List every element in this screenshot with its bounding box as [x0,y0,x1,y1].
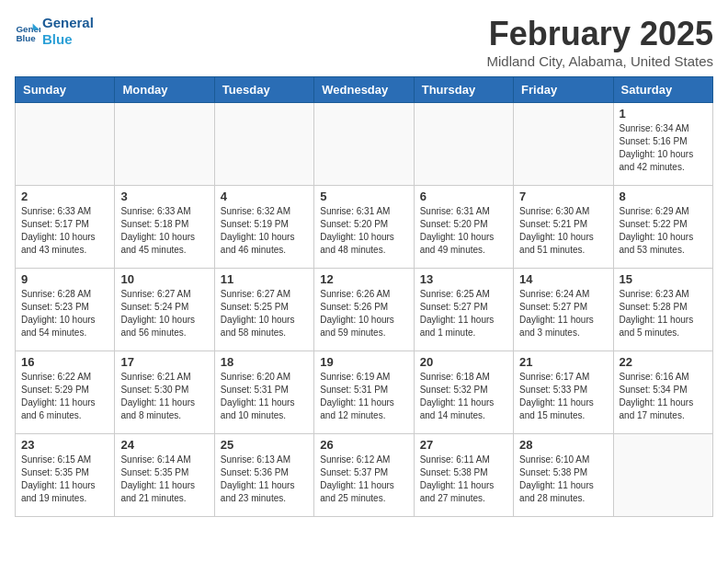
day-info: Sunrise: 6:24 AM Sunset: 5:27 PM Dayligh… [519,288,607,339]
day-info: Sunrise: 6:23 AM Sunset: 5:28 PM Dayligh… [620,288,707,339]
calendar-cell: 19Sunrise: 6:19 AM Sunset: 5:31 PM Dayli… [314,351,414,434]
calendar-cell: 15Sunrise: 6:23 AM Sunset: 5:28 PM Dayli… [613,269,712,351]
calendar-cell [16,103,115,186]
day-info: Sunrise: 6:10 AM Sunset: 5:38 PM Dayligh… [519,454,607,505]
day-number: 16 [21,355,108,369]
day-number: 12 [320,272,407,286]
day-info: Sunrise: 6:25 AM Sunset: 5:27 PM Dayligh… [420,288,507,339]
calendar-cell: 2Sunrise: 6:33 AM Sunset: 5:17 PM Daylig… [16,186,115,269]
calendar-cell [414,103,513,186]
title-section: February 2025 Midland City, Alabama, Uni… [486,15,713,69]
calendar-cell: 23Sunrise: 6:15 AM Sunset: 5:35 PM Dayli… [16,434,115,517]
calendar-cell: 9Sunrise: 6:28 AM Sunset: 5:23 PM Daylig… [16,269,115,351]
day-info: Sunrise: 6:19 AM Sunset: 5:31 PM Dayligh… [320,371,407,422]
logo: General Blue General Blue [15,15,94,48]
calendar-header-wednesday: Wednesday [314,77,414,103]
day-number: 5 [320,190,407,203]
svg-text:Blue: Blue [16,33,36,43]
day-number: 7 [519,190,607,203]
day-info: Sunrise: 6:16 AM Sunset: 5:34 PM Dayligh… [620,371,707,422]
day-info: Sunrise: 6:17 AM Sunset: 5:33 PM Dayligh… [519,371,607,422]
day-info: Sunrise: 6:33 AM Sunset: 5:18 PM Dayligh… [120,205,208,257]
calendar: SundayMondayTuesdayWednesdayThursdayFrid… [15,76,713,517]
calendar-cell: 27Sunrise: 6:11 AM Sunset: 5:38 PM Dayli… [414,434,513,517]
day-number: 17 [120,355,208,369]
header: General Blue General Blue February 2025 … [15,15,713,69]
week-row-5: 23Sunrise: 6:15 AM Sunset: 5:35 PM Dayli… [16,434,713,517]
day-info: Sunrise: 6:32 AM Sunset: 5:19 PM Dayligh… [221,205,308,257]
calendar-cell [514,103,613,186]
week-row-3: 9Sunrise: 6:28 AM Sunset: 5:23 PM Daylig… [16,269,713,351]
calendar-cell: 16Sunrise: 6:22 AM Sunset: 5:29 PM Dayli… [16,351,115,434]
day-number: 15 [620,272,707,286]
calendar-cell: 18Sunrise: 6:20 AM Sunset: 5:31 PM Dayli… [214,351,313,434]
logo-icon: General Blue [15,18,40,44]
calendar-cell: 1Sunrise: 6:34 AM Sunset: 5:16 PM Daylig… [613,103,712,186]
day-info: Sunrise: 6:15 AM Sunset: 5:35 PM Dayligh… [21,454,108,505]
calendar-cell [613,434,712,517]
logo-line2: Blue [42,31,94,48]
day-info: Sunrise: 6:34 AM Sunset: 5:16 PM Dayligh… [620,122,707,174]
calendar-cell: 26Sunrise: 6:12 AM Sunset: 5:37 PM Dayli… [314,434,414,517]
day-number: 14 [519,272,607,286]
calendar-cell: 21Sunrise: 6:17 AM Sunset: 5:33 PM Dayli… [514,351,613,434]
day-info: Sunrise: 6:33 AM Sunset: 5:17 PM Dayligh… [21,205,108,257]
day-number: 22 [620,355,707,369]
day-number: 2 [21,190,108,203]
day-info: Sunrise: 6:30 AM Sunset: 5:21 PM Dayligh… [519,205,607,257]
day-number: 26 [320,438,407,452]
calendar-cell: 6Sunrise: 6:31 AM Sunset: 5:20 PM Daylig… [414,186,513,269]
day-number: 21 [519,355,607,369]
day-number: 18 [221,355,308,369]
calendar-header-tuesday: Tuesday [214,77,313,103]
day-number: 6 [420,190,507,203]
day-info: Sunrise: 6:12 AM Sunset: 5:37 PM Dayligh… [320,454,407,505]
calendar-cell: 24Sunrise: 6:14 AM Sunset: 5:35 PM Dayli… [115,434,214,517]
day-number: 28 [519,438,607,452]
calendar-header-monday: Monday [115,77,214,103]
calendar-cell: 22Sunrise: 6:16 AM Sunset: 5:34 PM Dayli… [613,351,712,434]
day-number: 23 [21,438,108,452]
day-number: 11 [221,272,308,286]
calendar-header-thursday: Thursday [414,77,513,103]
calendar-cell: 3Sunrise: 6:33 AM Sunset: 5:18 PM Daylig… [115,186,214,269]
day-number: 13 [420,272,507,286]
day-info: Sunrise: 6:28 AM Sunset: 5:23 PM Dayligh… [21,288,108,339]
calendar-cell: 20Sunrise: 6:18 AM Sunset: 5:32 PM Dayli… [414,351,513,434]
calendar-cell: 17Sunrise: 6:21 AM Sunset: 5:30 PM Dayli… [115,351,214,434]
calendar-cell: 25Sunrise: 6:13 AM Sunset: 5:36 PM Dayli… [214,434,313,517]
day-info: Sunrise: 6:27 AM Sunset: 5:25 PM Dayligh… [221,288,308,339]
day-number: 9 [21,272,108,286]
calendar-cell [214,103,313,186]
day-info: Sunrise: 6:31 AM Sunset: 5:20 PM Dayligh… [320,205,407,257]
day-info: Sunrise: 6:29 AM Sunset: 5:22 PM Dayligh… [620,205,707,257]
day-number: 10 [120,272,208,286]
day-number: 25 [221,438,308,452]
day-info: Sunrise: 6:31 AM Sunset: 5:20 PM Dayligh… [420,205,507,257]
calendar-cell: 28Sunrise: 6:10 AM Sunset: 5:38 PM Dayli… [514,434,613,517]
calendar-cell: 14Sunrise: 6:24 AM Sunset: 5:27 PM Dayli… [514,269,613,351]
day-number: 27 [420,438,507,452]
day-number: 20 [420,355,507,369]
calendar-cell [314,103,414,186]
day-info: Sunrise: 6:21 AM Sunset: 5:30 PM Dayligh… [120,371,208,422]
day-info: Sunrise: 6:14 AM Sunset: 5:35 PM Dayligh… [120,454,208,505]
calendar-cell: 12Sunrise: 6:26 AM Sunset: 5:26 PM Dayli… [314,269,414,351]
calendar-cell: 11Sunrise: 6:27 AM Sunset: 5:25 PM Dayli… [214,269,313,351]
day-info: Sunrise: 6:11 AM Sunset: 5:38 PM Dayligh… [420,454,507,505]
day-number: 8 [620,190,707,203]
month-title: February 2025 [486,15,713,53]
day-info: Sunrise: 6:27 AM Sunset: 5:24 PM Dayligh… [120,288,208,339]
day-number: 3 [120,190,208,203]
calendar-cell: 13Sunrise: 6:25 AM Sunset: 5:27 PM Dayli… [414,269,513,351]
logo-line1: General [42,15,94,31]
day-number: 19 [320,355,407,369]
location-title: Midland City, Alabama, United States [486,53,713,69]
week-row-4: 16Sunrise: 6:22 AM Sunset: 5:29 PM Dayli… [16,351,713,434]
calendar-cell: 7Sunrise: 6:30 AM Sunset: 5:21 PM Daylig… [514,186,613,269]
day-info: Sunrise: 6:20 AM Sunset: 5:31 PM Dayligh… [221,371,308,422]
week-row-2: 2Sunrise: 6:33 AM Sunset: 5:17 PM Daylig… [16,186,713,269]
day-info: Sunrise: 6:22 AM Sunset: 5:29 PM Dayligh… [21,371,108,422]
calendar-cell: 5Sunrise: 6:31 AM Sunset: 5:20 PM Daylig… [314,186,414,269]
calendar-cell: 10Sunrise: 6:27 AM Sunset: 5:24 PM Dayli… [115,269,214,351]
